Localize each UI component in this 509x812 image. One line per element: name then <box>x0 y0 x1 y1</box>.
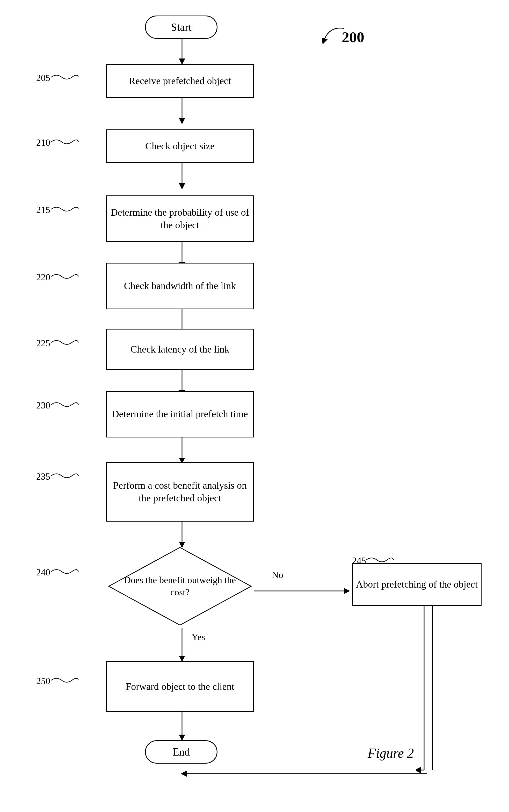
arrow-245-end-horiz <box>181 770 430 778</box>
yes-label: Yes <box>192 632 205 642</box>
ref-230: 230 <box>36 400 50 411</box>
squiggle-215 <box>49 204 80 214</box>
node-230: Determine the initial prefetch time <box>106 391 254 437</box>
arrow-250-end <box>178 712 186 740</box>
arrow-240-245 <box>254 585 352 597</box>
ref-250: 250 <box>36 676 50 686</box>
arrow-240-250 <box>178 628 186 661</box>
ref-205: 205 <box>36 72 50 83</box>
node-205: Receive prefetched object <box>106 64 254 98</box>
arrow-start-205 <box>178 38 186 64</box>
squiggle-230 <box>49 399 80 410</box>
arrow-205-210 <box>178 98 186 124</box>
squiggle-250 <box>49 675 80 685</box>
node-210: Check object size <box>106 130 254 163</box>
node-240: Does the benefit outweigh the cost? <box>106 545 254 628</box>
node-235: Perform a cost benefit analysis on the p… <box>106 462 254 522</box>
squiggle-205 <box>49 72 80 82</box>
arrow-230-235 <box>178 437 186 463</box>
arrow-245-down <box>429 606 436 771</box>
ref-225: 225 <box>36 338 50 349</box>
ref-240: 240 <box>36 567 50 578</box>
squiggle-220 <box>49 271 80 282</box>
flowchart-diagram: 200 Start 205 Receive prefetched object <box>0 0 509 812</box>
node-250: Forward object to the client <box>106 661 254 712</box>
no-label: No <box>272 569 283 580</box>
squiggle-225 <box>49 337 80 348</box>
end-node: End <box>145 740 217 764</box>
squiggle-210 <box>49 137 80 147</box>
arrow-210-215 <box>178 163 186 189</box>
node-225: Check latency of the link <box>106 329 254 370</box>
node-215: Determine the probability of use of the … <box>106 196 254 242</box>
ref-235: 235 <box>36 471 50 482</box>
figure-label: Figure 2 <box>368 745 414 761</box>
squiggle-240 <box>49 566 80 577</box>
start-node: Start <box>145 15 217 39</box>
ref-220: 220 <box>36 272 50 283</box>
node-220: Check bandwidth of the link <box>106 263 254 309</box>
ref-215: 215 <box>36 205 50 215</box>
squiggle-235 <box>49 470 80 481</box>
diagram-number-arrow <box>303 21 355 52</box>
arrow-235-240 <box>178 522 186 548</box>
ref-210: 210 <box>36 137 50 148</box>
